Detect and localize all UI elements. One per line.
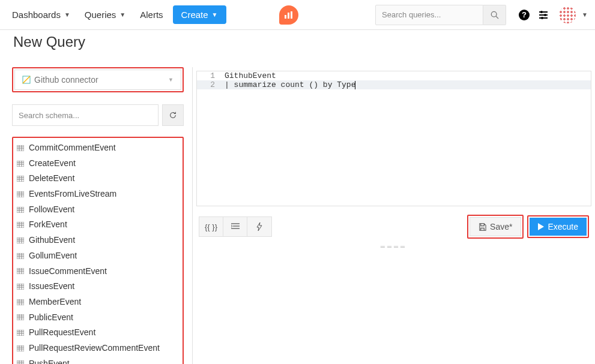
datasource-select[interactable]: Github connector ▼: [14, 70, 181, 90]
table-row[interactable]: IssuesEvent: [14, 279, 181, 294]
search-input[interactable]: [375, 5, 483, 25]
svg-point-10: [544, 14, 546, 16]
table-row[interactable]: CreateEvent: [14, 156, 181, 172]
save-button[interactable]: Save*: [470, 217, 521, 236]
table-row[interactable]: GithubEvent: [14, 233, 181, 248]
table-icon: [17, 176, 25, 182]
svg-rect-20: [17, 161, 24, 167]
help-icon[interactable]: ?: [517, 8, 531, 22]
table-icon: [17, 237, 25, 243]
table-label: CommitCommentEvent: [29, 142, 116, 155]
table-row[interactable]: MemberEvent: [14, 294, 181, 310]
table-icon: [17, 284, 25, 290]
nav-queries[interactable]: Queries ▼: [80, 6, 130, 23]
play-icon: [538, 223, 544, 230]
table-icon: [17, 345, 25, 351]
refresh-schema-button[interactable]: [162, 104, 184, 126]
execute-highlight: Execute: [527, 215, 589, 238]
svg-rect-15: [17, 145, 24, 151]
chevron-down-icon[interactable]: ▼: [582, 11, 588, 18]
nav-alerts[interactable]: Alerts: [135, 6, 168, 23]
datasource-highlight: Github connector ▼: [12, 67, 184, 92]
svg-rect-35: [17, 207, 24, 213]
sidebar: Github connector ▼ CommitCommentEventCre…: [0, 67, 192, 364]
params-button[interactable]: {{ }}: [199, 217, 223, 236]
create-button-label: Create: [181, 10, 208, 20]
format-button[interactable]: [223, 217, 247, 236]
table-row[interactable]: ForkEvent: [14, 217, 181, 233]
table-label: PullRequestReviewCommentEvent: [29, 342, 160, 355]
datasource-icon: [22, 76, 31, 84]
save-highlight: Save*: [467, 215, 524, 239]
format-icon: [231, 223, 240, 230]
svg-text:?: ?: [522, 10, 527, 19]
autocomplete-button[interactable]: [247, 217, 271, 236]
table-label: CreateEvent: [29, 157, 76, 170]
svg-rect-1: [288, 13, 289, 19]
settings-icon[interactable]: [536, 8, 551, 22]
app-logo: [279, 5, 298, 25]
svg-rect-50: [17, 253, 24, 259]
svg-rect-25: [17, 176, 24, 182]
table-row[interactable]: IssueCommentEvent: [14, 264, 181, 279]
table-row[interactable]: PushEvent: [14, 356, 181, 364]
svg-rect-45: [17, 237, 24, 243]
table-row[interactable]: DeleteEvent: [14, 171, 181, 186]
table-label: MemberEvent: [29, 296, 81, 309]
table-icon: [17, 253, 25, 259]
chevron-down-icon: ▼: [119, 11, 125, 18]
refresh-icon: [169, 111, 177, 119]
table-row[interactable]: FollowEvent: [14, 202, 181, 218]
editor-line[interactable]: 1GithubEvent: [197, 71, 591, 80]
table-row[interactable]: PullRequestReviewCommentEvent: [14, 341, 181, 356]
table-row[interactable]: CommitCommentEvent: [14, 140, 181, 156]
params-label: {{ }}: [205, 222, 217, 231]
topbar: Dashboards ▼ Queries ▼ Alerts Create ▼ ?…: [0, 0, 595, 30]
text-cursor: [355, 81, 355, 89]
svg-point-3: [491, 11, 497, 17]
svg-rect-80: [17, 345, 24, 351]
save-icon: [479, 223, 486, 231]
resize-handle[interactable]: ════: [193, 243, 595, 250]
table-label: PushEvent: [29, 357, 70, 364]
tables-list: CommitCommentEventCreateEventDeleteEvent…: [14, 140, 181, 364]
search-button[interactable]: [483, 5, 506, 25]
editor-line[interactable]: 2| summarize count () by Type: [197, 80, 591, 89]
svg-line-14: [23, 76, 30, 83]
nav-queries-label: Queries: [85, 10, 116, 20]
table-icon: [17, 207, 25, 213]
create-button[interactable]: Create ▼: [173, 5, 226, 24]
nav-dashboards[interactable]: Dashboards ▼: [7, 6, 75, 23]
table-label: GollumEvent: [29, 249, 77, 263]
schema-search-input[interactable]: [12, 104, 159, 126]
execute-button[interactable]: Execute: [530, 218, 587, 236]
line-number: 1: [197, 71, 220, 80]
table-row[interactable]: EventsFromLiveStream: [14, 186, 181, 202]
table-icon: [17, 161, 25, 167]
table-label: PublicEvent: [29, 311, 73, 324]
svg-rect-60: [17, 284, 24, 290]
table-row[interactable]: GollumEvent: [14, 248, 181, 264]
table-icon: [17, 222, 25, 228]
chevron-down-icon: ▼: [212, 11, 218, 18]
main: 1GithubEvent2| summarize count () by Typ…: [192, 67, 595, 364]
svg-rect-75: [17, 330, 24, 336]
table-row[interactable]: PullRequestEvent: [14, 325, 181, 341]
execute-label: Execute: [548, 222, 578, 231]
nav-alerts-label: Alerts: [140, 10, 163, 20]
svg-rect-65: [17, 299, 24, 305]
lightning-icon: [256, 222, 262, 231]
svg-rect-2: [291, 11, 292, 19]
tables-highlight: CommitCommentEventCreateEventDeleteEvent…: [12, 137, 184, 364]
table-icon: [17, 314, 25, 320]
line-code: GithubEvent: [220, 71, 591, 80]
table-icon: [17, 299, 25, 305]
table-icon: [17, 191, 25, 197]
table-label: IssuesEvent: [29, 280, 74, 293]
table-row[interactable]: PublicEvent: [14, 310, 181, 326]
search-queries: [375, 5, 506, 25]
datasource-label: Github connector: [34, 75, 98, 85]
query-editor[interactable]: 1GithubEvent2| summarize count () by Typ…: [196, 71, 591, 206]
avatar[interactable]: [559, 7, 576, 23]
page-title: New Query: [0, 34, 595, 50]
